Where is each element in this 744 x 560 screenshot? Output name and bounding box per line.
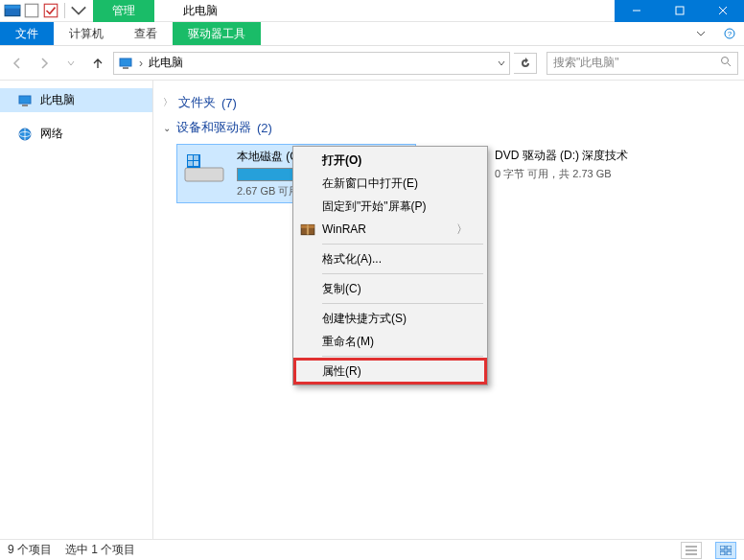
- tab-view[interactable]: 查看: [119, 22, 173, 45]
- ribbon-help-button[interactable]: ?: [715, 22, 744, 45]
- address-dropdown-icon[interactable]: [498, 57, 505, 70]
- titlebar: 管理 此电脑: [0, 0, 744, 22]
- qat-separator: [64, 3, 65, 18]
- submenu-arrow-icon: 〉: [456, 222, 468, 238]
- svg-text:?: ?: [728, 30, 732, 38]
- view-details-button[interactable]: [681, 542, 702, 559]
- refresh-button[interactable]: [514, 53, 537, 74]
- ctx-label: WinRAR: [322, 222, 366, 236]
- svg-rect-35: [727, 546, 732, 549]
- svg-point-12: [722, 58, 729, 64]
- drive-size-text: 0 字节 可用，共 2.73 GB: [495, 167, 671, 181]
- group-label: 设备和驱动器: [176, 119, 251, 136]
- search-icon: [720, 56, 732, 70]
- ctx-separator: [322, 356, 483, 357]
- winrar-icon: [299, 221, 316, 238]
- svg-rect-24: [194, 161, 198, 166]
- navigation-bar: › 此电脑 搜索"此电脑": [0, 46, 744, 81]
- drive-info: DVD 驱动器 (D:) 深度技术 0 字节 可用，共 2.73 GB: [495, 148, 671, 199]
- svg-rect-21: [188, 155, 193, 160]
- ctx-format[interactable]: 格式化(A)...: [295, 247, 485, 270]
- quick-access-toolbar: [0, 2, 87, 19]
- group-header-folders[interactable]: 〉 文件夹 (7): [163, 94, 734, 111]
- status-item-count: 9 个项目: [8, 542, 52, 558]
- svg-rect-11: [123, 67, 128, 69]
- svg-rect-10: [120, 58, 131, 66]
- svg-rect-36: [720, 551, 725, 555]
- this-pc-icon: [17, 93, 33, 108]
- svg-rect-22: [194, 155, 198, 160]
- breadcrumb-location[interactable]: 此电脑: [149, 55, 183, 71]
- this-pc-icon: [118, 56, 133, 71]
- search-box[interactable]: 搜索"此电脑": [546, 52, 738, 75]
- ctx-properties[interactable]: 属性(R): [295, 360, 485, 383]
- svg-rect-15: [22, 105, 28, 106]
- network-icon: [17, 127, 33, 142]
- svg-rect-1: [5, 5, 20, 8]
- status-bar: 9 个项目 选中 1 个项目: [0, 539, 744, 560]
- context-menu: 打开(O) 在新窗口中打开(E) 固定到"开始"屏幕(P) WinRAR 〉 格…: [292, 146, 488, 385]
- ctx-copy[interactable]: 复制(C): [295, 277, 485, 300]
- svg-rect-37: [727, 551, 732, 555]
- drive-name: DVD 驱动器 (D:) 深度技术: [495, 148, 671, 164]
- tab-drive-tools[interactable]: 驱动器工具: [173, 22, 261, 45]
- svg-rect-30: [307, 225, 309, 235]
- sidebar-item-network[interactable]: 网络: [0, 122, 152, 146]
- group-count: (7): [221, 96, 237, 110]
- group-count: (2): [257, 121, 272, 135]
- svg-rect-3: [44, 4, 58, 17]
- view-large-icons-button[interactable]: [715, 542, 736, 559]
- ribbon: 文件 计算机 查看 驱动器工具 ?: [0, 22, 744, 46]
- status-selected-count: 选中 1 个项目: [65, 542, 135, 558]
- tab-file[interactable]: 文件: [0, 22, 54, 45]
- chevron-right-icon: 〉: [163, 96, 173, 109]
- forward-button[interactable]: [33, 52, 56, 75]
- ctx-winrar[interactable]: WinRAR 〉: [295, 218, 485, 241]
- ctx-separator: [322, 303, 483, 304]
- close-button[interactable]: [701, 0, 744, 22]
- content-pane: 〉 文件夹 (7) ⌄ 设备和驱动器 (2) 本地磁盘 (C:) 2.67 GB…: [153, 81, 744, 539]
- svg-line-13: [728, 63, 731, 66]
- sidebar-item-this-pc[interactable]: 此电脑: [0, 88, 152, 112]
- window-controls: [615, 0, 744, 22]
- svg-rect-34: [720, 546, 725, 549]
- svg-rect-2: [25, 4, 38, 17]
- ctx-pin-to-start[interactable]: 固定到"开始"屏幕(P): [295, 195, 485, 218]
- ctx-rename[interactable]: 重命名(M): [295, 330, 485, 353]
- chevron-down-icon: ⌄: [163, 123, 171, 133]
- svg-rect-19: [185, 168, 223, 181]
- ctx-separator: [322, 273, 483, 274]
- sidebar-item-label: 此电脑: [40, 92, 75, 108]
- breadcrumb-separator: ›: [139, 57, 143, 70]
- explorer-icon: [4, 2, 21, 19]
- up-button[interactable]: [86, 52, 109, 75]
- hard-drive-icon: [181, 149, 227, 187]
- tab-computer[interactable]: 计算机: [54, 22, 119, 45]
- contextual-tab-header: 管理: [93, 0, 154, 22]
- ctx-open-new-window[interactable]: 在新窗口中打开(E): [295, 172, 485, 195]
- navigation-pane: 此电脑 网络: [0, 81, 153, 539]
- folder-icon[interactable]: [23, 2, 40, 19]
- body: 此电脑 网络 〉 文件夹 (7) ⌄ 设备和驱动器 (2) 本地磁盘 (C:): [0, 81, 744, 539]
- window-title: 此电脑: [154, 3, 615, 19]
- sidebar-item-label: 网络: [40, 126, 63, 142]
- svg-rect-14: [19, 96, 31, 104]
- svg-rect-5: [676, 7, 684, 14]
- back-button[interactable]: [6, 52, 29, 75]
- ctx-create-shortcut[interactable]: 创建快捷方式(S): [295, 307, 485, 330]
- maximize-button[interactable]: [658, 0, 701, 22]
- properties-qat-icon[interactable]: [42, 2, 59, 19]
- group-header-devices[interactable]: ⌄ 设备和驱动器 (2): [163, 119, 734, 136]
- group-label: 文件夹: [178, 94, 216, 111]
- ribbon-expand-button[interactable]: [686, 22, 715, 45]
- minimize-button[interactable]: [615, 0, 658, 22]
- recent-dropdown[interactable]: [59, 52, 82, 75]
- address-bar[interactable]: › 此电脑: [113, 52, 510, 75]
- ctx-open[interactable]: 打开(O): [295, 149, 485, 172]
- svg-rect-23: [188, 161, 193, 166]
- ctx-separator: [322, 244, 483, 245]
- search-placeholder: 搜索"此电脑": [553, 55, 720, 71]
- qat-dropdown-icon[interactable]: [70, 2, 87, 19]
